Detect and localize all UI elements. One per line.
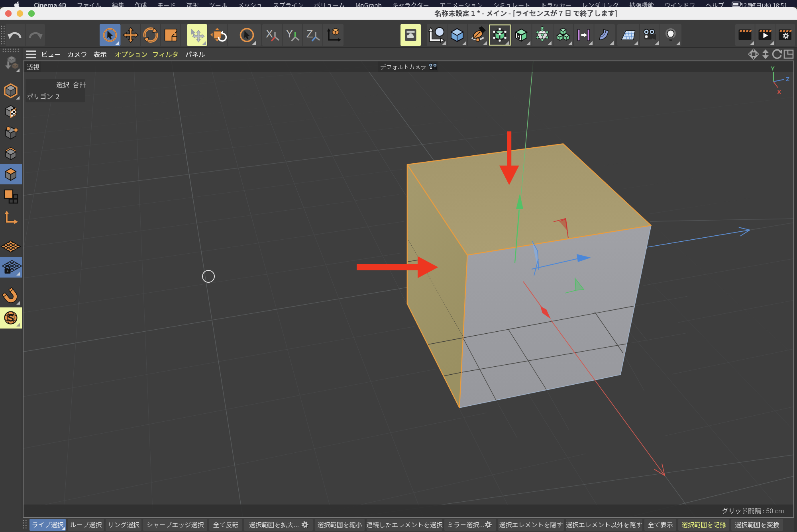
svg-text:X: X: [777, 88, 781, 95]
svg-text:Z: Z: [306, 28, 313, 40]
svg-text:Z: Z: [786, 76, 789, 82]
svg-text:S: S: [8, 313, 14, 323]
svg-text:Y: Y: [286, 28, 293, 40]
svg-text:Y: Y: [771, 65, 775, 72]
svg-text:X: X: [266, 28, 273, 40]
